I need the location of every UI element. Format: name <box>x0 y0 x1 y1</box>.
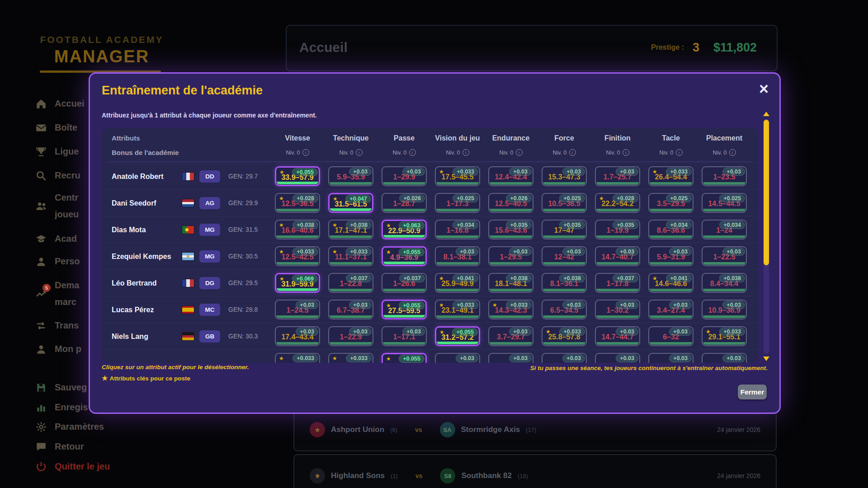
sidebar-item-ligue[interactable]: Ligue <box>35 143 79 160</box>
attribute-cell[interactable]: ★12.5–36.5+0.028 <box>275 193 320 213</box>
attribute-cell[interactable]: 1–29.9+0.03 <box>382 166 427 186</box>
attribute-cell[interactable]: 1–22.5+0.03 <box>702 246 747 266</box>
info-icon[interactable]: i <box>623 149 629 156</box>
attribute-cell[interactable]: ★31.2–57.2+0.055 <box>435 326 480 346</box>
attribute-cell[interactable]: 1–29.5+0.03 <box>488 246 533 266</box>
sidebar-item-trans[interactable]: Trans <box>35 317 79 334</box>
sidebar-item-sauveg[interactable]: Sauveg <box>35 379 87 396</box>
sidebar-item-enregis[interactable]: Enregis <box>35 399 88 416</box>
attribute-cell[interactable]: 8.1–36.1+0.038 <box>542 273 587 293</box>
attribute-cell[interactable]: 17–47+0.035 <box>542 220 587 239</box>
sidebar-item-perso[interactable]: Perso <box>35 253 80 270</box>
sidebar-item-recru[interactable]: Recru <box>35 167 80 184</box>
attribute-cell[interactable]: 1–19.9+0.035 <box>595 220 640 239</box>
sidebar-item-bo-te[interactable]: Boîte <box>35 119 77 136</box>
attribute-cell[interactable]: 1.7–25.7+0.03 <box>595 166 640 186</box>
attribute-cell[interactable]: 6.5–34.5+0.03 <box>542 300 587 319</box>
attribute-cell[interactable]: 14.5–44.5+0.025 <box>702 193 747 213</box>
attribute-cell[interactable]: ★29.1–55.1+0.033 <box>702 326 747 346</box>
attribute-cell[interactable]: 8.4–34.4+0.038 <box>702 273 747 293</box>
attribute-cell[interactable]: 10.5–36.5+0.025 <box>542 193 587 213</box>
attribute-cell[interactable]: ★25.9–49.9+0.041 <box>435 273 480 293</box>
attribute-cell[interactable]: ★33.9–57.9+0.055 <box>275 166 320 186</box>
attribute-cell[interactable]: 6–32+0.03 <box>648 326 693 346</box>
attribute-cell[interactable]: ★+0.033 <box>275 353 320 363</box>
sidebar-item-dema[interactable]: 5Demamarc <box>35 277 79 310</box>
attribute-cell[interactable]: 14.7–40.7+0.03 <box>595 246 640 266</box>
info-icon[interactable]: i <box>516 149 523 156</box>
scroll-up-arrow-icon[interactable] <box>763 112 769 116</box>
attribute-cell[interactable]: 1–22.9+0.03 <box>328 326 373 346</box>
attribute-cell[interactable]: ★27.5–59.5+0.055 <box>382 300 427 319</box>
attribute-cell[interactable]: ★26.4–54.4+0.033 <box>648 166 693 186</box>
attribute-cell[interactable]: +0.03 <box>435 353 480 363</box>
info-icon[interactable]: i <box>569 149 576 156</box>
attribute-cell[interactable]: ★31.9–59.9+0.069 <box>275 273 320 293</box>
sidebar-item-accuei[interactable]: Accuei <box>35 95 85 112</box>
attribute-cell[interactable]: 8.6–36.6+0.034 <box>648 220 693 239</box>
attribute-cell[interactable]: 14.7–44.7+0.03 <box>595 326 640 346</box>
attribute-cell[interactable]: ★14.6–46.6+0.041 <box>648 273 693 293</box>
attribute-cell[interactable]: ★12.5–42.5+0.033 <box>275 246 320 266</box>
attribute-cell[interactable]: 1–16.8+0.034 <box>435 220 480 239</box>
attribute-cell[interactable]: 1–24.5+0.03 <box>275 300 320 319</box>
attribute-cell[interactable]: ★23.1–49.1+0.033 <box>435 300 480 319</box>
attribute-cell[interactable]: 10.9–36.9+0.03 <box>702 300 747 319</box>
sidebar-item-quitter-le-jeu[interactable]: Quitter le jeu <box>35 458 110 475</box>
attribute-cell[interactable]: 12–42+0.03 <box>542 246 587 266</box>
attribute-cell[interactable]: 1–24+0.034 <box>702 220 747 239</box>
attribute-cell[interactable]: +0.03 <box>648 353 693 363</box>
fixture-panel[interactable]: ⚜Highland Sons(1)vsS8Southbank 82(18)24 … <box>293 454 777 488</box>
info-icon[interactable]: i <box>356 149 363 156</box>
info-icon[interactable]: i <box>729 149 736 156</box>
attribute-cell[interactable]: 15.3–47.3+0.03 <box>542 166 587 186</box>
sidebar-item-centr[interactable]: Centrjoueu <box>35 189 79 223</box>
attribute-cell[interactable]: 5.9–31.9+0.03 <box>648 246 693 266</box>
info-icon[interactable]: i <box>302 149 309 156</box>
attribute-cell[interactable]: 1–26.6+0.037 <box>382 273 427 293</box>
attribute-cell[interactable]: 15.6–43.6+0.035 <box>488 220 533 239</box>
attribute-cell[interactable]: 18.1–48.1+0.038 <box>488 273 533 293</box>
close-icon[interactable]: × <box>759 81 769 97</box>
attribute-cell[interactable]: 1–23.5+0.03 <box>702 166 747 186</box>
info-icon[interactable]: i <box>462 149 469 156</box>
attribute-cell[interactable]: +0.03 <box>488 353 533 363</box>
close-button[interactable]: Fermer <box>738 385 767 399</box>
attribute-cell[interactable]: 3.7–29.7+0.03 <box>488 326 533 346</box>
attribute-cell[interactable]: 1–22.8+0.037 <box>328 273 373 293</box>
info-icon[interactable]: i <box>676 149 683 156</box>
attribute-cell[interactable]: ★25.8–57.8+0.033 <box>542 326 587 346</box>
attribute-cell[interactable]: 12.5–40.5+0.026 <box>488 193 533 213</box>
attribute-cell[interactable]: 1–17.1+0.03 <box>382 326 427 346</box>
fixture-panel[interactable]: ★Ashport Union(6)vsSAStormridge Axis(17)… <box>293 408 777 451</box>
attribute-cell[interactable]: 17.4–43.4+0.03 <box>275 326 320 346</box>
attribute-cell[interactable]: ★31.5–61.5+0.047 <box>328 193 373 213</box>
scrollbar-thumb[interactable] <box>764 120 769 265</box>
attribute-cell[interactable]: ★16.6–40.6+0.038 <box>275 220 320 239</box>
attribute-cell[interactable]: ★+0.055 <box>382 353 427 363</box>
attribute-cell[interactable]: 1–28.7+0.026 <box>382 193 427 213</box>
sidebar-item-mon-p[interactable]: Mon p <box>35 341 81 357</box>
attribute-cell[interactable]: 3.5–29.5+0.025 <box>648 193 693 213</box>
attribute-cell[interactable]: ★4.9–36.9+0.055 <box>382 246 427 266</box>
attribute-cell[interactable]: ★+0.033 <box>328 353 373 363</box>
sidebar-item-retour[interactable]: Retour <box>35 438 84 455</box>
attribute-cell[interactable]: 3.4–27.4+0.03 <box>648 300 693 319</box>
attribute-cell[interactable]: 5.9–35.9+0.03 <box>328 166 373 186</box>
attribute-cell[interactable]: +0.03 <box>702 353 747 363</box>
attribute-cell[interactable]: +0.03 <box>542 353 587 363</box>
attribute-cell[interactable]: ★14.3–42.3+0.033 <box>488 300 533 319</box>
attribute-cell[interactable]: ★17.5–45.5+0.033 <box>435 166 480 186</box>
attribute-cell[interactable]: ★11.1–37.1+0.033 <box>328 246 373 266</box>
attribute-cell[interactable]: 1–30.2+0.03 <box>595 300 640 319</box>
attribute-cell[interactable]: 6.7–38.7+0.03 <box>328 300 373 319</box>
attribute-cell[interactable]: 1–17.3+0.025 <box>435 193 480 213</box>
info-icon[interactable]: i <box>409 149 416 156</box>
attribute-cell[interactable]: ★17.1–47.1+0.038 <box>328 220 373 239</box>
attribute-cell[interactable]: +0.03 <box>595 353 640 363</box>
sidebar-item-param-tres[interactable]: Paramètres <box>35 418 104 435</box>
sidebar-item-acad[interactable]: Acad <box>35 230 77 247</box>
attribute-cell[interactable]: 1–17.8+0.037 <box>595 273 640 293</box>
attribute-cell[interactable]: 12.4–42.4+0.03 <box>488 166 533 186</box>
attribute-cell[interactable]: ★22.2–54.2+0.028 <box>595 193 640 213</box>
